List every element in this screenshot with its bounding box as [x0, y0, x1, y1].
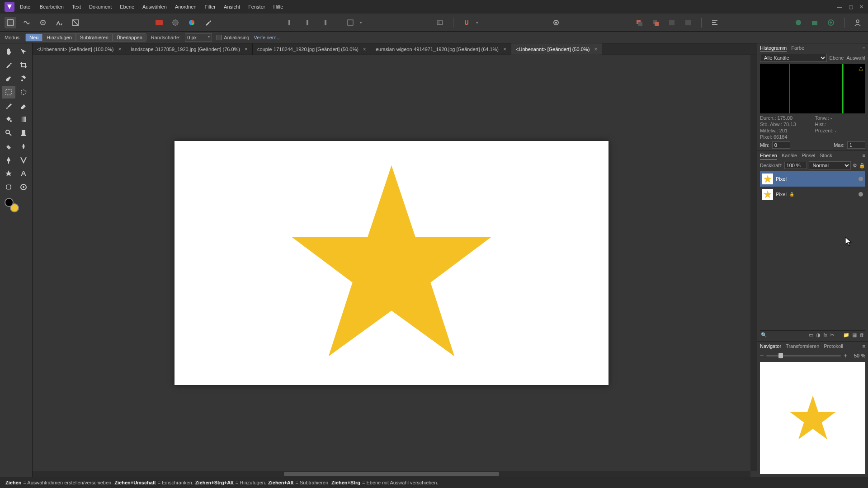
doc-tab-4[interactable]: <Unbenannt> [Geändert] (50.0%)× [511, 43, 602, 55]
feather-input[interactable]: 0 px [185, 33, 212, 42]
snap-left-icon[interactable] [285, 17, 297, 28]
vertical-scrollbar[interactable] [750, 55, 757, 471]
account-icon[interactable] [852, 17, 863, 28]
tab-histogram[interactable]: Histogramm [760, 45, 787, 52]
cloud-save-icon[interactable] [825, 17, 837, 28]
histo-min-input[interactable] [772, 141, 790, 149]
menu-help[interactable]: Hilfe [273, 4, 283, 9]
record-macro-icon[interactable] [550, 17, 562, 28]
layer-adjust-icon[interactable]: ◑ [816, 332, 821, 338]
layer-group-icon[interactable]: 📁 [843, 332, 849, 338]
persona-tonemap-icon[interactable] [53, 17, 65, 28]
persona-photo-icon[interactable] [5, 17, 16, 28]
menu-text[interactable]: Text [72, 4, 81, 9]
opacity-input[interactable] [784, 162, 807, 169]
snap-right-icon[interactable] [318, 17, 330, 28]
layer-add-icon[interactable]: ▦ [852, 332, 857, 338]
tab-history[interactable]: Protokoll [824, 343, 843, 350]
zoom-out-button[interactable]: − [760, 352, 764, 359]
gradient-tool-icon[interactable] [17, 113, 30, 126]
close-icon[interactable]: × [590, 46, 597, 52]
layer-crop-icon[interactable]: ✂ [830, 332, 834, 338]
menu-select[interactable]: Auswählen [142, 4, 167, 9]
tab-transform[interactable]: Transformieren [786, 343, 819, 350]
tab-stock[interactable]: Stock [820, 153, 832, 160]
cloud-open-icon[interactable] [809, 17, 821, 28]
layer-search-icon[interactable]: 🔍 [761, 332, 767, 338]
menu-window[interactable]: Fenster [248, 4, 265, 9]
window-maximize-icon[interactable]: ▢ [849, 4, 853, 10]
move-tool-icon[interactable] [17, 45, 30, 58]
color-swatches[interactable] [2, 197, 30, 215]
color-picker-tool-icon[interactable] [2, 59, 15, 71]
horizontal-scrollbar[interactable] [33, 471, 750, 477]
menu-arrange[interactable]: Anordnen [175, 4, 197, 9]
blend-mode-select[interactable]: Normal [809, 161, 851, 169]
mesh-warp-tool-icon[interactable] [2, 181, 15, 193]
close-icon[interactable]: × [359, 46, 366, 52]
tab-brushes[interactable]: Pinsel [802, 153, 815, 160]
layer-item[interactable]: Pixel 🔒 [760, 187, 865, 202]
persona-develop-icon[interactable] [37, 17, 49, 28]
crop-tool-icon[interactable] [17, 59, 30, 71]
pen-tool-icon[interactable] [2, 154, 15, 166]
window-close-icon[interactable]: ✕ [859, 4, 863, 10]
mode-new-button[interactable]: Neu [25, 33, 42, 42]
zoom-value[interactable]: 50 % [850, 353, 865, 358]
snapping-icon[interactable] [461, 17, 472, 28]
menu-filter[interactable]: Filter [205, 4, 216, 9]
histo-max-input[interactable] [847, 141, 865, 149]
panel-menu-icon[interactable]: ≡ [863, 343, 865, 350]
layer-delete-icon[interactable]: 🗑 [859, 332, 864, 338]
marquee-tool-icon[interactable] [2, 86, 15, 99]
close-icon[interactable]: × [240, 46, 248, 52]
fill-tool-icon[interactable] [2, 113, 15, 126]
assistant-icon[interactable] [434, 17, 446, 28]
blur-tool-icon[interactable] [17, 140, 30, 153]
node-tool-icon[interactable] [17, 154, 30, 166]
doc-tab-1[interactable]: landscape-3127859_1920.jpg [Geändert] (7… [126, 43, 253, 55]
antialias-checkbox[interactable]: Antialiasing [217, 35, 249, 40]
doc-tab-3[interactable]: eurasian-wigeon-4914971_1920.jpg [Geände… [371, 43, 511, 55]
flood-select-tool-icon[interactable] [17, 72, 30, 85]
toggle-grid-icon[interactable] [344, 17, 356, 28]
window-minimize-icon[interactable]: — [837, 4, 842, 10]
panel-menu-icon[interactable]: ≡ [863, 45, 865, 52]
artboard[interactable] [175, 141, 609, 385]
zoom-slider[interactable] [766, 355, 841, 357]
mode-sub-button[interactable]: Subtrahieren [76, 33, 113, 42]
tab-layers[interactable]: Ebenen [760, 153, 777, 160]
dodge-tool-icon[interactable] [17, 127, 30, 139]
menu-edit[interactable]: Bearbeiten [40, 4, 64, 9]
tab-color[interactable]: Farbe [791, 45, 804, 52]
paint-brush-tool-icon[interactable] [2, 99, 15, 112]
sampler-icon[interactable] [202, 17, 214, 28]
menu-view[interactable]: Ansicht [224, 4, 240, 9]
erase-tool-icon[interactable] [17, 99, 30, 112]
menu-file[interactable]: Datei [20, 4, 32, 9]
align-icon[interactable] [709, 17, 721, 28]
healing-tool-icon[interactable] [2, 140, 15, 153]
cloud-sync-icon[interactable] [793, 17, 804, 28]
color-wheel-icon[interactable] [186, 17, 198, 28]
panel-menu-icon[interactable]: ≡ [863, 153, 865, 160]
menu-document[interactable]: Dokument [89, 4, 112, 9]
layer-name[interactable]: Pixel [776, 176, 787, 182]
quickmask-icon[interactable] [153, 17, 165, 28]
freehand-select-tool-icon[interactable] [17, 86, 30, 99]
histogram-src-selection[interactable]: Auswahl [846, 55, 865, 61]
histogram-src-layer[interactable]: Ebene [830, 55, 844, 61]
doc-tab-2[interactable]: couple-1718244_1920.jpg [Geändert] (50.0… [253, 43, 371, 55]
layer-lock-icon[interactable]: 🔒 [859, 163, 865, 169]
hand-tool-icon[interactable] [2, 45, 15, 58]
layer-name[interactable]: Pixel [776, 192, 787, 197]
menu-layer[interactable]: Ebene [120, 4, 134, 9]
close-icon[interactable]: × [499, 46, 506, 52]
sources-tool-icon[interactable] [17, 181, 30, 193]
layer-visibility-toggle[interactable] [859, 177, 863, 181]
tab-channels[interactable]: Kanäle [782, 153, 797, 160]
mode-intersect-button[interactable]: Überlappen [113, 33, 146, 42]
tab-navigator[interactable]: Navigator [760, 343, 781, 350]
refine-button[interactable]: Verfeinern... [254, 35, 281, 40]
doc-tab-0[interactable]: <Unbenannt> [Geändert] (100.0%)× [33, 43, 126, 55]
